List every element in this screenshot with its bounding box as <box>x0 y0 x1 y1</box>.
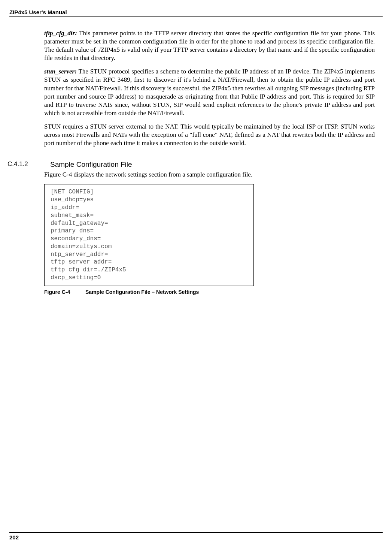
code-line: ntp_server_addr= <box>51 251 247 259</box>
page-footer: 202 <box>9 532 383 541</box>
section-number: C.4.1.2 <box>0 160 50 169</box>
code-line: [NET_CONFIG] <box>51 188 247 196</box>
code-line: default_gateway= <box>51 220 247 228</box>
code-line: domain=zultys.com <box>51 243 247 251</box>
code-line: subnet_mask= <box>51 212 247 220</box>
main-content: tftp_cfg_dir: This parameter points to t… <box>44 29 375 295</box>
paragraph-stun: stun_server: The STUN protocol specifies… <box>44 67 375 117</box>
paragraph-tftp: tftp_cfg_dir: This parameter points to t… <box>44 29 375 62</box>
code-line: ip_addr= <box>51 204 247 212</box>
manual-title: ZIP4x5 User's Manual <box>9 9 383 15</box>
paragraph-stun-cont: STUN requires a STUN server external to … <box>44 123 375 147</box>
page-number: 202 <box>9 534 383 541</box>
config-code-box: [NET_CONFIG] use_dhcp=yes ip_addr= subne… <box>44 184 254 286</box>
page-header: ZIP4x5 User's Manual <box>9 9 383 17</box>
param-label-stun: stun_server: <box>44 68 77 75</box>
figure-caption: Figure C-4Sample Configuration File – Ne… <box>44 289 375 295</box>
code-line: dscp_setting=0 <box>51 274 247 282</box>
section-title: Sample Configuration File <box>50 160 132 169</box>
code-line: tftp_cfg_dir=./ZIP4x5 <box>51 266 247 274</box>
code-line: secondary_dns= <box>51 235 247 243</box>
section-heading-row: C.4.1.2 Sample Configuration File <box>44 160 375 169</box>
figure-number: Figure C-4 <box>44 289 85 295</box>
figure-title: Sample Configuration File – Network Sett… <box>85 289 199 295</box>
header-rule <box>9 16 383 17</box>
code-line: primary_dns= <box>51 227 247 235</box>
section-intro: Figure C-4 displays the network settings… <box>44 171 375 179</box>
code-line: tftp_server_addr= <box>51 258 247 266</box>
param-text-stun: The STUN protocol specifies a scheme to … <box>44 68 375 116</box>
code-line: use_dhcp=yes <box>51 196 247 204</box>
param-label-tftp: tftp_cfg_dir: <box>44 30 77 37</box>
param-text-tftp: This parameter points to the TFTP server… <box>44 30 375 61</box>
footer-rule <box>9 532 383 533</box>
